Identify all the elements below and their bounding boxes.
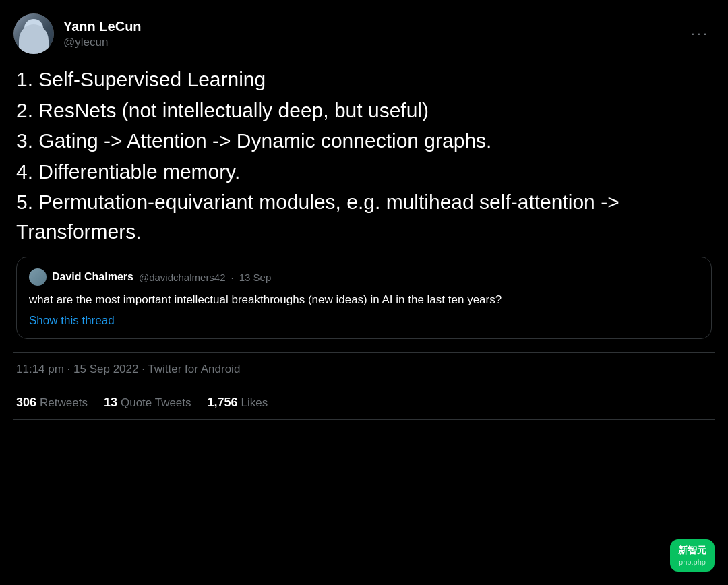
tweet-meta: 11:14 pm · 15 Sep 2022 · Twitter for And…	[13, 352, 715, 386]
quote-tweets-label: Quote Tweets	[121, 396, 191, 410]
likes-stat[interactable]: 1,756 Likes	[208, 396, 268, 410]
quoted-date: ·	[231, 272, 234, 283]
wechat-badge: 新智元 php.php	[670, 539, 715, 572]
quoted-tweet-header: David Chalmers @davidchalmers42 · 13 Sep	[29, 268, 699, 286]
quoted-tweet-text: what are the most important intellectual…	[29, 291, 699, 309]
quoted-author-name: David Chalmers	[52, 271, 133, 283]
author-handle[interactable]: @ylecun	[63, 35, 142, 50]
retweets-label: Retweets	[40, 396, 88, 410]
tweet-stats: 306 Retweets 13 Quote Tweets 1,756 Likes	[13, 386, 715, 420]
show-thread-link[interactable]: Show this thread	[29, 314, 115, 327]
author-name[interactable]: Yann LeCun	[63, 18, 142, 35]
retweets-count: 306	[16, 396, 36, 410]
tweet-line-5: 5. Permutation-equivariant modules, e.g.…	[16, 187, 712, 246]
wechat-name: 新智元	[678, 545, 706, 557]
quote-tweets-stat[interactable]: 13 Quote Tweets	[104, 396, 191, 410]
tweet-content: 1. Self-Supervised Learning 2. ResNets (…	[13, 65, 715, 339]
quoted-author-handle: @davidchalmers42	[139, 272, 226, 283]
more-options-button[interactable]: ···	[686, 20, 715, 48]
quote-tweets-count: 13	[104, 396, 117, 410]
tweet-line-1: 1. Self-Supervised Learning	[16, 65, 712, 94]
likes-count: 1,756	[208, 396, 238, 410]
tweet-text: 1. Self-Supervised Learning 2. ResNets (…	[16, 65, 712, 246]
quoted-avatar	[29, 268, 47, 286]
likes-label: Likes	[241, 396, 268, 410]
tweet-line-4: 4. Differentiable memory.	[16, 157, 712, 187]
wechat-sub: php.php	[679, 558, 706, 566]
tweet-timestamp: 11:14 pm · 15 Sep 2022 · Twitter for And…	[16, 363, 240, 375]
retweets-stat[interactable]: 306 Retweets	[16, 396, 88, 410]
author-info: Yann LeCun @ylecun	[63, 18, 142, 50]
tweet-header: Yann LeCun @ylecun ···	[13, 13, 715, 54]
avatar[interactable]	[13, 13, 54, 54]
quoted-tweet[interactable]: David Chalmers @davidchalmers42 · 13 Sep…	[16, 257, 712, 339]
quoted-date-value: 13 Sep	[239, 272, 272, 283]
tweet-line-3: 3. Gating -> Attention -> Dynamic connec…	[16, 126, 712, 156]
tweet-line-2: 2. ResNets (not intellectually deep, but…	[16, 96, 712, 125]
